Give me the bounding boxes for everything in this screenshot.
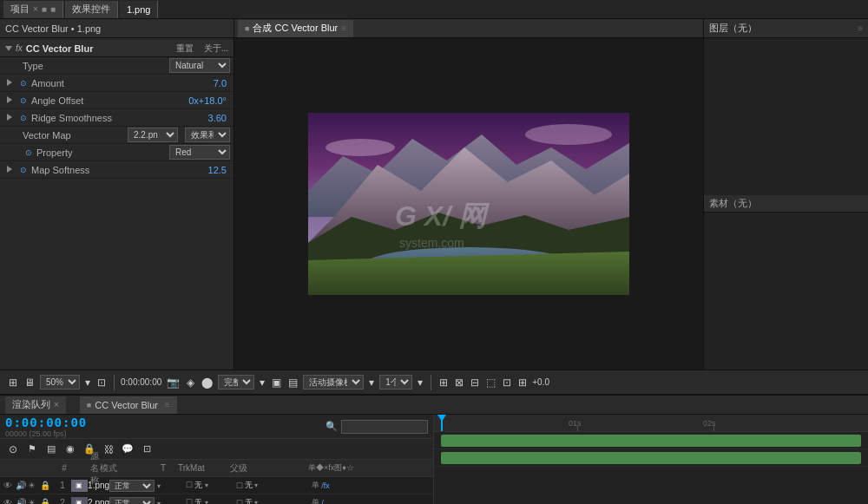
col-parent-header: 父级 bbox=[230, 462, 308, 475]
prop-angle-value[interactable]: 0x+18.0° bbox=[188, 95, 227, 106]
camera-capture-icon[interactable]: 📷 bbox=[167, 376, 180, 389]
track-bar-2[interactable] bbox=[441, 452, 861, 464]
row1-name[interactable]: 1.png bbox=[88, 481, 109, 490]
renderqueue-tab-close[interactable]: × bbox=[54, 400, 59, 409]
prop-vectormap-effect-dropdown[interactable]: 效果和 bbox=[185, 128, 230, 142]
layers-menu-icon[interactable]: ≡ bbox=[858, 23, 863, 33]
timeline-ruler[interactable]: 01s 02s bbox=[434, 415, 868, 432]
prop-property-dropdown[interactable]: Red Green Blue Alpha bbox=[169, 145, 230, 160]
tl-icon-comp[interactable]: ⊡ bbox=[139, 442, 155, 457]
row1-trkmat-dropdown-icon[interactable]: ▾ bbox=[205, 481, 208, 489]
prop-type-dropdown[interactable]: Natural Constant Length Direction Center bbox=[169, 58, 230, 73]
row1-visibility-icon[interactable]: 👁 bbox=[3, 481, 14, 491]
timecode-block: 0:00:00:00 00000 (25.00 fps) bbox=[5, 416, 87, 438]
tl-icon-solo[interactable]: ◉ bbox=[62, 442, 78, 457]
tab-project[interactable]: 项目 × ■ ■ bbox=[3, 1, 63, 18]
col-num-header: # bbox=[56, 463, 73, 473]
sep1 bbox=[114, 375, 115, 390]
comp-tab-menu-icon[interactable]: ≡ bbox=[341, 23, 346, 33]
view-dropdown-icon[interactable]: ▾ bbox=[418, 376, 423, 389]
tab-project-close[interactable]: × bbox=[33, 4, 38, 14]
prop-mapsoftness-stopwatch-icon[interactable]: ⊙ bbox=[17, 164, 30, 176]
tl-icon-stopwatch[interactable]: ⊙ bbox=[5, 442, 21, 457]
save-icon[interactable]: ■ bbox=[42, 4, 47, 14]
tl-icon-graph[interactable]: ▤ bbox=[43, 442, 59, 457]
render-icon[interactable]: ⊞ bbox=[9, 376, 17, 389]
row1-mode-select[interactable]: 正常 bbox=[109, 480, 155, 492]
tab-png1[interactable]: 1.png bbox=[120, 1, 159, 18]
row2-trkmat-dropdown-icon[interactable]: ▾ bbox=[205, 499, 208, 504]
row1-mode-dropdown-icon[interactable]: ▾ bbox=[157, 482, 161, 490]
comp-timeline-menu-icon[interactable]: ≡ bbox=[165, 400, 170, 409]
row1-checkbox-icon[interactable]: ☐ bbox=[186, 481, 193, 489]
prop-ridge-stopwatch-icon[interactable]: ⊙ bbox=[17, 112, 30, 124]
tl-icon-link[interactable]: ⛓ bbox=[101, 442, 116, 457]
row1-lock-icon[interactable]: 🔒 bbox=[40, 481, 50, 491]
zoom-dropdown-icon[interactable]: ▾ bbox=[85, 376, 90, 389]
view-icon2[interactable]: ⊠ bbox=[455, 376, 464, 389]
prop-ridge-value[interactable]: 3.60 bbox=[208, 113, 227, 123]
prop-mapsoftness-value[interactable]: 12.5 bbox=[208, 165, 227, 175]
view-icon1[interactable]: ⊞ bbox=[439, 376, 448, 389]
tab-effects[interactable]: 效果控件 bbox=[65, 1, 118, 18]
row2-solo-icon[interactable]: ☀ bbox=[28, 498, 38, 505]
reset-button[interactable]: 重置 bbox=[176, 43, 194, 55]
fit-icon[interactable]: ⊡ bbox=[97, 376, 106, 389]
row2-mode-dropdown-icon[interactable]: ▾ bbox=[157, 500, 161, 505]
prop-angle-stopwatch-icon[interactable]: ⊙ bbox=[17, 95, 30, 107]
view-icon6[interactable]: ⊞ bbox=[518, 376, 527, 389]
comp-tab-main[interactable]: ■ 合成 CC Vector Blur ≡ bbox=[238, 20, 353, 37]
playhead[interactable] bbox=[441, 415, 443, 431]
effect-expand-icon[interactable] bbox=[5, 46, 12, 51]
prop-amount-arrow[interactable] bbox=[7, 79, 16, 88]
view-icon4[interactable]: ⬚ bbox=[486, 376, 496, 389]
view-icon3[interactable]: ⊟ bbox=[470, 376, 479, 389]
row1-parent-dropdown-icon[interactable]: ▾ bbox=[254, 481, 258, 489]
top-tab-bar: 项目 × ■ ■ 效果控件 1.png bbox=[0, 0, 868, 19]
prop-amount-stopwatch-icon[interactable]: ⊙ bbox=[17, 77, 30, 89]
row1-audio-icon[interactable]: 🔊 bbox=[16, 481, 26, 491]
save-icon2[interactable]: ■ bbox=[50, 4, 56, 14]
camera-select[interactable]: 活动摄像机 bbox=[303, 375, 364, 389]
about-button[interactable]: 关于... bbox=[204, 43, 228, 55]
color-icon[interactable]: ⬤ bbox=[201, 376, 213, 389]
monitor-icon[interactable]: 🖥 bbox=[24, 376, 35, 389]
prop-amount-value[interactable]: 7.0 bbox=[214, 78, 227, 88]
row1-fx-label[interactable]: /fx bbox=[321, 481, 330, 490]
track-bar-1[interactable] bbox=[441, 435, 861, 447]
row2-name[interactable]: 2.png bbox=[88, 498, 109, 504]
row2-visibility-icon[interactable]: 👁 bbox=[3, 498, 14, 505]
row2-lock-icon[interactable]: 🔒 bbox=[40, 498, 50, 505]
row2-mode-select[interactable]: 正常 bbox=[109, 497, 155, 505]
row2-checkbox-icon[interactable]: ☐ bbox=[186, 498, 193, 504]
row1-thumb: ▣ bbox=[71, 480, 88, 492]
timeline-timecode[interactable]: 0:00:00:00 bbox=[5, 416, 87, 429]
prop-ridge-arrow[interactable] bbox=[7, 114, 16, 122]
fast-preview-icon[interactable]: ▣ bbox=[272, 376, 281, 389]
prop-angle-arrow[interactable] bbox=[7, 96, 16, 105]
camera-dropdown-icon[interactable]: ▾ bbox=[369, 376, 374, 389]
region-icon[interactable]: ◈ bbox=[187, 376, 194, 389]
timeline-tab-comp[interactable]: ■ CC Vector Blur ≡ bbox=[80, 396, 177, 414]
row2-parent-checkbox[interactable]: ☐ bbox=[236, 499, 243, 505]
render-status-select[interactable]: 完整 bbox=[218, 375, 254, 389]
renderqueue-tab-label: 渲染队列 bbox=[12, 398, 50, 411]
tl-icon-comment[interactable]: 💬 bbox=[120, 442, 135, 457]
timeline-search-input[interactable] bbox=[341, 420, 428, 434]
timeline-tab-renderqueue[interactable]: 渲染队列 × bbox=[5, 396, 66, 414]
row1-parent-checkbox[interactable]: ☐ bbox=[236, 481, 243, 490]
prop-property-stopwatch-icon[interactable]: ⊙ bbox=[23, 147, 35, 159]
tl-icon-flag[interactable]: ⚑ bbox=[24, 442, 40, 457]
effects-controls-panel: CC Vector Blur • 1.png fx CC Vector Blur… bbox=[0, 19, 234, 370]
render-dropdown-icon[interactable]: ▾ bbox=[260, 376, 265, 389]
view-icon5[interactable]: ⊡ bbox=[503, 376, 511, 389]
zoom-select[interactable]: 50% 100% 25% bbox=[40, 375, 80, 389]
row2-parent-dropdown-icon[interactable]: ▾ bbox=[254, 499, 258, 504]
composition-view[interactable]: G X/ 网 system.com bbox=[234, 38, 703, 370]
row2-audio-icon[interactable]: 🔊 bbox=[16, 498, 26, 505]
row1-solo-icon[interactable]: ☀ bbox=[28, 481, 38, 491]
fast-preview-icon2[interactable]: ▤ bbox=[288, 376, 298, 389]
prop-mapsoftness-arrow[interactable] bbox=[7, 166, 16, 174]
prop-vectormap-layer-dropdown[interactable]: 2.2.pn bbox=[128, 128, 178, 142]
view-select[interactable]: 1个... bbox=[379, 375, 412, 389]
